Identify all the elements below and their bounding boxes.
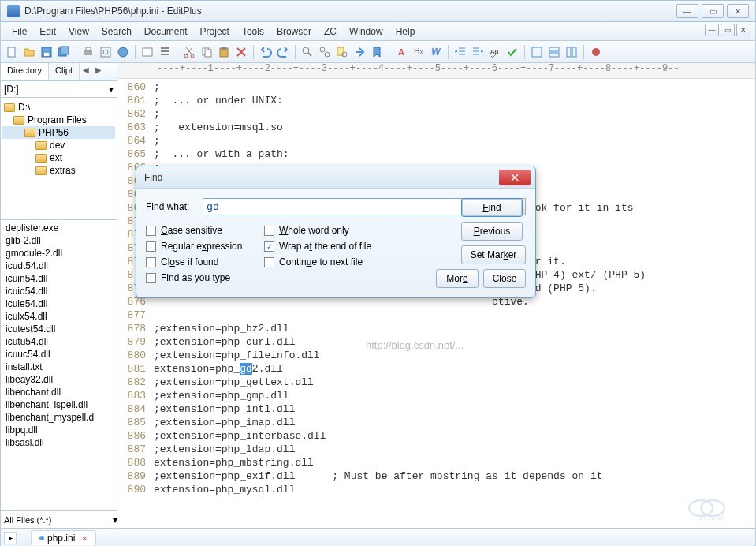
new-file-icon[interactable] <box>4 44 20 60</box>
file-item[interactable]: libenchant_myspell.d <box>2 411 115 424</box>
menu-help[interactable]: Help <box>389 24 422 39</box>
tab-scroll-left[interactable]: ◀ <box>80 63 92 80</box>
window-2-icon[interactable] <box>546 44 562 60</box>
find-icon[interactable] <box>300 44 315 60</box>
menu-view[interactable]: View <box>62 24 95 39</box>
previous-button[interactable]: Previous <box>461 222 523 241</box>
close-tab-icon[interactable]: ✕ <box>81 534 88 543</box>
find-button[interactable]: Find <box>461 198 523 217</box>
save-icon[interactable] <box>39 44 54 60</box>
file-list[interactable]: deplister.exeglib-2.dllgmodule-2.dllicud… <box>1 220 117 510</box>
cut-icon[interactable] <box>181 44 197 60</box>
code-line[interactable]: 888extension=php_mbstring.dll <box>117 456 755 469</box>
code-line[interactable]: 862; <box>117 107 755 121</box>
code-line[interactable]: 883;extension=php_gmp.dll <box>117 389 755 402</box>
code-line[interactable]: 882;extension=php_gettext.dll <box>117 376 755 389</box>
code-line[interactable]: 877 <box>117 309 755 322</box>
code-line[interactable]: 880;extension=php_fileinfo.dll <box>117 349 755 362</box>
print-preview-icon[interactable] <box>98 44 114 60</box>
copy-icon[interactable] <box>199 44 214 60</box>
file-item[interactable]: libeay32.dll <box>2 373 115 386</box>
indent-right-icon[interactable] <box>470 44 486 60</box>
more-button[interactable]: More <box>436 269 479 288</box>
menu-browser[interactable]: Browser <box>270 24 318 39</box>
menu-window[interactable]: Window <box>343 24 389 39</box>
opt-close-if-found[interactable]: Close if found <box>146 256 264 267</box>
delete-icon[interactable] <box>233 44 249 60</box>
menu-document[interactable]: Document <box>138 24 194 39</box>
close-button[interactable]: Close <box>483 269 526 288</box>
opt-whole-word[interactable]: Whole word only <box>264 225 398 236</box>
tree-item[interactable]: D:\ <box>2 101 115 114</box>
tree-item[interactable]: ext <box>2 151 115 164</box>
find-dialog-title-bar[interactable]: Find <box>136 166 535 189</box>
code-line[interactable]: 860; <box>117 80 755 94</box>
tree-item[interactable]: extras <box>2 164 115 177</box>
file-list-icon[interactable] <box>157 44 173 60</box>
undo-icon[interactable] <box>258 44 274 60</box>
doc-tab-phpini[interactable]: php.ini ✕ <box>31 530 96 545</box>
file-item[interactable]: deplister.exe <box>2 222 115 234</box>
font-color-icon[interactable]: A <box>393 44 409 60</box>
tab-directory[interactable]: Directory <box>1 63 49 80</box>
file-item[interactable]: gmodule-2.dll <box>2 247 115 260</box>
file-filter[interactable]: ▾ <box>1 510 117 528</box>
mdi-close[interactable]: ✕ <box>736 24 750 36</box>
code-line[interactable]: 861; ... or under UNIX: <box>117 94 755 107</box>
file-item[interactable]: glib-2.dll <box>2 234 115 247</box>
set-marker-button[interactable]: Set Marker <box>461 245 526 264</box>
redo-icon[interactable] <box>275 44 291 60</box>
maximize-button[interactable]: ▭ <box>702 4 724 18</box>
open-file-icon[interactable] <box>21 44 37 60</box>
paste-icon[interactable] <box>216 44 232 60</box>
marker-icon[interactable] <box>369 44 385 60</box>
tree-item[interactable]: Program Files <box>2 114 115 126</box>
opt-continue[interactable]: Continue to next file <box>264 256 398 267</box>
file-item[interactable]: libpq.dll <box>2 424 115 436</box>
opt-regex[interactable]: Regular expression <box>146 241 264 252</box>
tab-cliptext[interactable]: Clipt <box>49 63 80 80</box>
find-dialog-close-button[interactable] <box>499 170 531 185</box>
tab-scroll-right[interactable]: ▶ <box>92 63 105 80</box>
code-line[interactable]: 879;extension=php_curl.dll <box>117 335 755 349</box>
mdi-minimize[interactable]: — <box>705 24 719 36</box>
menu-zc[interactable]: ZC <box>318 24 343 39</box>
file-item[interactable]: icule54.dll <box>2 297 115 310</box>
code-line[interactable]: 884;extension=php_intl.dll <box>117 402 755 416</box>
file-item[interactable]: icutest54.dll <box>2 323 115 335</box>
window-1-icon[interactable] <box>529 44 545 60</box>
file-item[interactable]: libenchant.dll <box>2 386 115 398</box>
project-icon[interactable] <box>140 44 155 60</box>
opt-find-as-you-type[interactable]: Find as you type <box>146 272 264 283</box>
menu-tools[interactable]: Tools <box>236 24 270 39</box>
minimize-button[interactable]: — <box>676 4 698 18</box>
code-line[interactable]: 890extension=php_mysql.dll <box>117 483 755 496</box>
menu-edit[interactable]: Edit <box>33 24 62 39</box>
code-line[interactable]: 881extension=php_gd2.dll <box>117 362 755 376</box>
file-item[interactable]: libenchant_ispell.dll <box>2 398 115 411</box>
code-line[interactable]: 878;extension=php_bz2.dll <box>117 322 755 335</box>
mdi-restore[interactable]: ▭ <box>721 24 735 36</box>
file-item[interactable]: icuuc54.dll <box>2 348 115 361</box>
goto-icon[interactable] <box>352 44 367 60</box>
save-all-icon[interactable] <box>56 44 72 60</box>
file-item[interactable]: icuio54.dll <box>2 285 115 297</box>
file-item[interactable]: iculx54.dll <box>2 310 115 323</box>
replace-icon[interactable] <box>317 44 333 60</box>
hex-icon[interactable]: Hx <box>411 44 426 60</box>
tabs-scroll-button[interactable]: ▸ <box>4 532 17 544</box>
check-icon[interactable] <box>505 44 520 60</box>
code-line[interactable]: 886;extension=php_interbase.dll <box>117 429 755 443</box>
file-item[interactable]: install.txt <box>2 361 115 373</box>
filter-input[interactable] <box>4 515 113 525</box>
code-line[interactable]: 865; ... or with a path: <box>117 148 755 161</box>
file-item[interactable]: icutu54.dll <box>2 335 115 348</box>
browser-icon[interactable] <box>115 44 131 60</box>
tree-item[interactable]: dev <box>2 139 115 151</box>
file-item[interactable]: libsasl.dll <box>2 436 115 449</box>
find-what-input[interactable] <box>203 198 494 215</box>
opt-wrap[interactable]: ✓Wrap at the end of file <box>264 241 398 252</box>
menu-search[interactable]: Search <box>95 24 138 39</box>
window-3-icon[interactable] <box>564 44 579 60</box>
tree-item[interactable]: PHP56 <box>2 126 115 139</box>
